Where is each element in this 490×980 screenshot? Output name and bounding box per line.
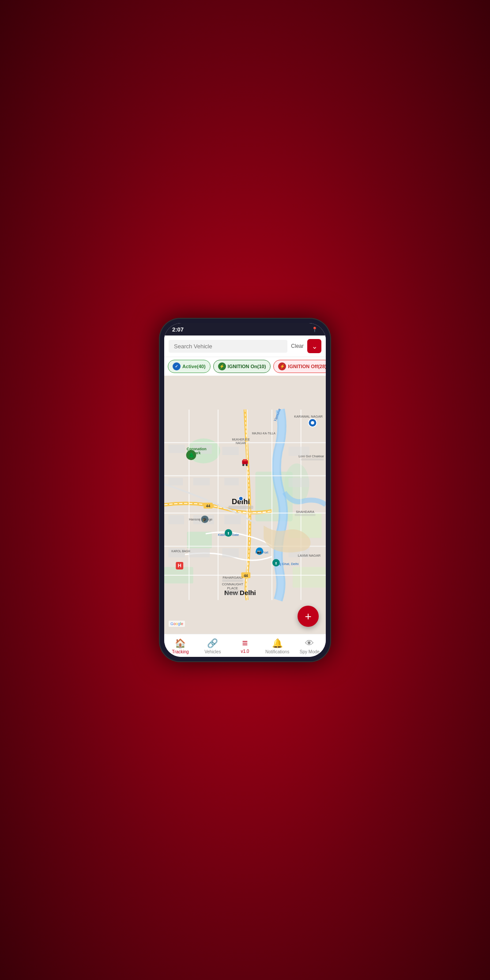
dropdown-button[interactable]: ⌄ — [307, 339, 321, 353]
svg-text:NAGAR: NAGAR — [236, 441, 246, 445]
svg-text:KARAWAL NAGAR: KARAWAL NAGAR — [294, 415, 323, 418]
filter-row: ✓ Active(40) ⚡ IGNITION On(10) ⚡ IGNITIO… — [164, 357, 326, 376]
check-mark: ✓ — [175, 364, 178, 369]
svg-text:KAROL BAGH: KAROL BAGH — [171, 550, 190, 553]
svg-text:Hansraj College: Hansraj College — [189, 517, 212, 521]
vehicles-label: Vehicles — [204, 649, 221, 654]
svg-text:44: 44 — [206, 504, 211, 508]
svg-point-69 — [239, 497, 243, 501]
nav-spy-mode[interactable]: 👁 Spy Mode — [296, 638, 323, 654]
svg-rect-54 — [226, 590, 240, 592]
svg-text:MUKHERJEE: MUKHERJEE — [232, 438, 250, 441]
menu-icon: ≡ — [242, 638, 248, 648]
filter-chip-ignition-on[interactable]: ⚡ IGNITION On(10) — [213, 360, 271, 373]
ignition-on-icon: ⚡ — [218, 362, 226, 370]
google-label: Google — [170, 622, 183, 626]
filter-active-label: Active(40) — [182, 364, 206, 369]
svg-text:🎓: 🎓 — [202, 517, 207, 522]
search-bar: Clear ⌄ — [164, 335, 326, 357]
filter-ignition-off-label: IGNITION Off(28) — [288, 364, 326, 369]
filter-ignition-on-label: IGNITION On(10) — [228, 364, 266, 369]
nav-menu[interactable]: ≡ v1.0 — [232, 638, 258, 654]
svg-text:H: H — [178, 563, 181, 568]
svg-rect-28 — [189, 548, 210, 558]
status-bar: 2:07 📍 — [164, 323, 326, 335]
fab-add-button[interactable]: + — [298, 606, 319, 627]
fab-plus-icon: + — [305, 610, 311, 623]
notifications-icon: 🔔 — [272, 638, 283, 648]
svg-rect-23 — [224, 478, 239, 486]
svg-text:⬆: ⬆ — [227, 531, 230, 535]
svg-text:📷: 📷 — [257, 550, 262, 554]
phone-device: 2:07 📍 Clear ⌄ ✓ Active(40) ⚡ IGN — [159, 318, 331, 662]
svg-rect-26 — [168, 515, 184, 524]
google-watermark: Google — [169, 621, 185, 627]
filter-chip-active[interactable]: ✓ Active(40) — [168, 360, 211, 373]
svg-point-68 — [311, 421, 314, 425]
svg-text:⬆: ⬆ — [275, 561, 278, 565]
svg-rect-38 — [228, 505, 253, 509]
vehicles-icon: 🔗 — [207, 638, 218, 648]
svg-rect-22 — [193, 478, 210, 486]
svg-rect-55 — [226, 593, 240, 595]
clear-button[interactable]: Clear — [291, 343, 304, 349]
svg-text:🌲: 🌲 — [188, 452, 195, 459]
svg-text:LAXMI NAGAR: LAXMI NAGAR — [298, 554, 321, 558]
svg-text:Loni Gol Chakkar: Loni Gol Chakkar — [298, 454, 324, 458]
svg-rect-18 — [168, 445, 185, 453]
tracking-icon: 🏠 — [175, 638, 186, 648]
spy-mode-label: Spy Mode — [300, 649, 320, 654]
svg-rect-51 — [222, 579, 243, 582]
tracking-label: Tracking — [172, 649, 189, 654]
search-input[interactable] — [169, 340, 287, 353]
map-area[interactable]: 44 44 Delhi New Delhi Coronation Park Ha… — [164, 376, 326, 634]
svg-rect-21 — [222, 447, 239, 455]
svg-rect-19 — [168, 478, 183, 486]
svg-rect-6 — [293, 567, 326, 588]
svg-rect-25 — [224, 515, 241, 524]
svg-rect-57 — [295, 514, 316, 516]
svg-text:MAJNU-KA-TILLA: MAJNU-KA-TILLA — [252, 432, 276, 435]
svg-text:44: 44 — [244, 573, 248, 578]
svg-text:SHAHDARA: SHAHDARA — [296, 510, 314, 514]
ignition-off-icon: ⚡ — [278, 362, 286, 370]
location-icon: 📍 — [312, 327, 318, 332]
active-check-icon: ✓ — [173, 362, 181, 370]
svg-point-65 — [245, 464, 248, 466]
svg-rect-31 — [289, 478, 309, 487]
nav-tracking[interactable]: 🏠 Tracking — [167, 638, 194, 654]
svg-rect-60 — [301, 458, 324, 460]
map-svg: 44 44 Delhi New Delhi Coronation Park Ha… — [164, 376, 326, 634]
spy-mode-icon: 👁 — [305, 638, 314, 648]
svg-rect-29 — [222, 548, 239, 558]
svg-rect-66 — [243, 459, 247, 461]
svg-text:PLACE: PLACE — [227, 586, 238, 590]
phone-screen: 2:07 📍 Clear ⌄ ✓ Active(40) ⚡ IGN — [164, 323, 326, 657]
version-label: v1.0 — [241, 649, 249, 654]
svg-point-64 — [242, 464, 245, 466]
nav-notifications[interactable]: 🔔 Notifications — [264, 638, 290, 654]
filter-chip-ignition-off[interactable]: ⚡ IGNITION Off(28) — [273, 360, 326, 373]
bottom-nav: 🏠 Tracking 🔗 Vehicles ≡ v1.0 🔔 Notificat… — [164, 634, 326, 657]
notifications-label: Notifications — [265, 649, 289, 654]
status-icons: 📍 — [312, 327, 318, 332]
status-time: 2:07 — [172, 326, 184, 333]
svg-text:PAHARGANJ: PAHARGANJ — [222, 576, 243, 580]
nav-vehicles[interactable]: 🔗 Vehicles — [200, 638, 226, 654]
